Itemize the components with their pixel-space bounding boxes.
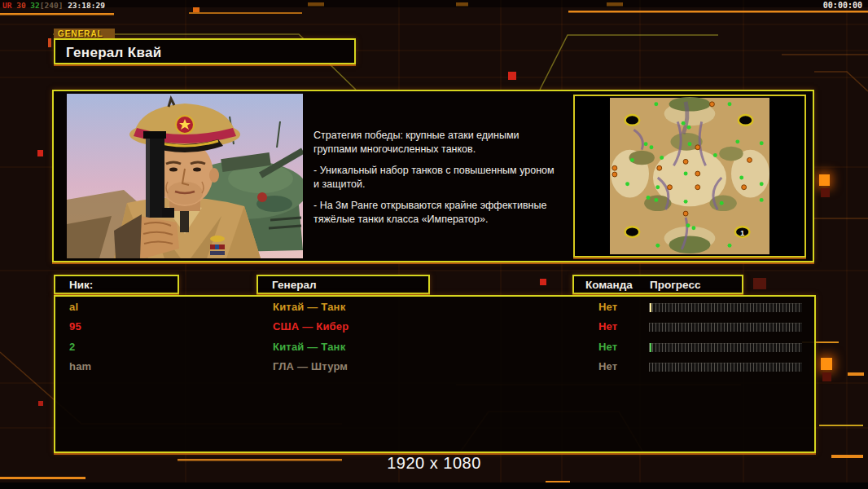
player-general: Китай — Танк	[273, 301, 345, 313]
player-progress-bar	[649, 343, 802, 352]
resolution-label: 1920 x 1080	[0, 454, 868, 473]
player-nick: 95	[69, 320, 81, 333]
player-nick: 2	[69, 341, 75, 353]
debug-part: [240]	[40, 1, 64, 10]
debug-part: 32	[26, 1, 40, 10]
player-general: США — Кибер	[273, 320, 349, 333]
player-team: Нет	[598, 341, 617, 353]
header-nick-label: Ник:	[69, 279, 93, 291]
debug-part: UR	[2, 1, 11, 10]
progress-sliver	[650, 303, 651, 312]
player-table: al Китай — Танк Нет 95 США — Кибер Нет 2…	[54, 295, 816, 453]
header-progress-label: Прогресс	[650, 279, 700, 291]
header-nick: Ник:	[54, 275, 179, 294]
debug-part: 23:18:29	[63, 1, 104, 10]
general-portrait	[67, 94, 303, 258]
description-paragraph: - Уникальный набор танков с повышенным у…	[313, 164, 576, 192]
bottom-strip	[0, 482, 868, 489]
progress-sliver	[650, 343, 651, 352]
player-general: Китай — Танк	[273, 341, 345, 353]
header-team-progress: Команда Прогресс	[572, 275, 743, 294]
table-row: 95 США — Кибер Нет	[55, 318, 813, 337]
header-general: Генерал	[256, 275, 430, 294]
table-row: 2 Китай — Танк Нет	[55, 338, 813, 358]
player-nick: ham	[69, 360, 91, 372]
top-strip	[0, 0, 868, 7]
debug-overlay: UR 30 32[240] 23:18:29	[2, 1, 105, 10]
player-progress-bar	[649, 363, 802, 372]
general-description: Стратегия победы: крупные атаки едиными …	[313, 129, 576, 234]
player-team: Нет	[598, 301, 617, 313]
player-nick: al	[69, 301, 78, 313]
header-general-label: Генерал	[272, 279, 316, 291]
general-info-panel: Стратегия победы: крупные атаки едиными …	[52, 90, 814, 262]
player-progress-bar	[649, 303, 802, 312]
general-title: Генерал Квай	[66, 45, 161, 61]
table-row: al Китай — Танк Нет	[55, 298, 813, 318]
glow-square	[821, 358, 832, 370]
debug-part: 30	[11, 1, 25, 10]
progress-sliver	[650, 323, 651, 332]
dim-square	[821, 188, 830, 197]
player-general: ГЛА — Штурм	[273, 360, 348, 372]
loading-screen: UR 30 32[240] 23:18:29 00:00:00 GENERAL …	[0, 0, 868, 489]
description-paragraph: - На 3м Ранге открываются крайне эффекти…	[313, 199, 576, 227]
table-row: ham ГЛА — Штурм Нет	[55, 358, 813, 377]
start-position-number: 1	[740, 229, 744, 237]
general-title-box: Генерал Квай	[54, 38, 356, 64]
header-team-label: Команда	[585, 279, 633, 291]
glow-square	[819, 174, 830, 186]
dim-square	[822, 372, 831, 381]
progress-sliver	[650, 363, 651, 372]
player-progress-bar	[649, 323, 802, 332]
game-timer: 00:00:00	[823, 1, 862, 10]
player-team: Нет	[598, 360, 617, 372]
player-team: Нет	[598, 320, 617, 333]
description-paragraph: Стратегия победы: крупные атаки едиными …	[313, 129, 576, 156]
minimap: 1	[573, 95, 806, 258]
